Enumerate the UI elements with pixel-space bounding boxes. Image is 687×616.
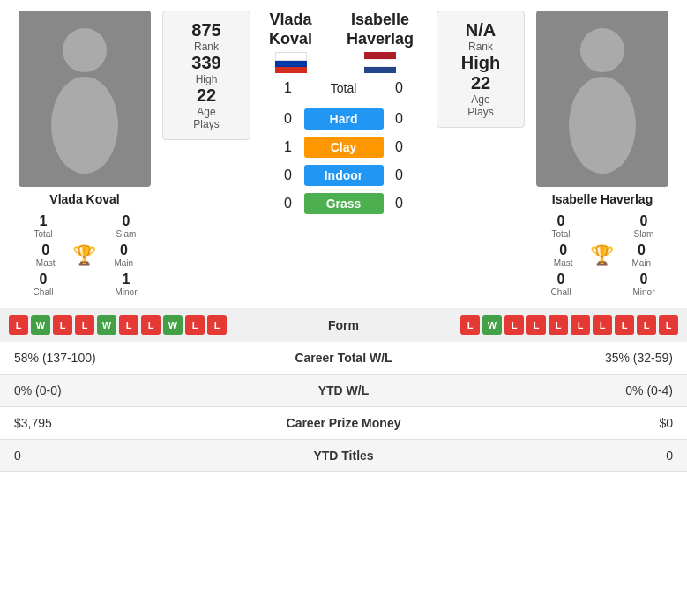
form-badge: L (53, 315, 72, 335)
right-player-card: Isabelle Haverlag 0 Total 0 Slam 0 Mast … (528, 11, 676, 297)
form-badge: L (593, 315, 612, 335)
left-high: 339 High (191, 53, 220, 85)
left-player-name: Vlada Koval (49, 192, 119, 206)
right-plays: Plays (467, 106, 493, 118)
stat-right-value: 0 (460, 440, 687, 472)
svg-point-3 (569, 77, 636, 174)
center-area: Vlada Koval Isabelle Haverlag (254, 11, 433, 214)
left-total-stat: 1 Total (11, 213, 76, 239)
form-badge: L (504, 315, 524, 335)
right-rank: N/A Rank (466, 20, 496, 53)
svg-point-2 (580, 28, 624, 72)
form-badge: W (97, 315, 116, 335)
right-high: High (461, 53, 500, 73)
court-clay-row: 1 Clay 0 (280, 137, 408, 158)
left-player-photo (19, 11, 151, 187)
right-middle-box: N/A Rank High 22 Age Plays (437, 11, 525, 128)
right-trophy-icon: 🏆 (590, 244, 614, 267)
form-badge: L (207, 315, 227, 335)
stat-right-value: $0 (460, 407, 687, 440)
players-section: Vlada Koval 1 Total 0 Slam 0 Mast 🏆 (0, 0, 687, 308)
right-player-name: Isabelle Haverlag (552, 192, 653, 206)
svg-point-0 (63, 28, 107, 72)
form-label: Form (309, 318, 379, 332)
right-flag (364, 52, 396, 73)
left-trophy-icon: 🏆 (72, 244, 96, 267)
stats-row: 0 YTD Titles 0 (0, 440, 687, 472)
right-mast-stat: 0 Mast (554, 242, 573, 268)
form-badge: L (526, 315, 546, 335)
stat-left-value: 0% (0-0) (0, 375, 227, 407)
right-minor-stat: 0 Minor (611, 271, 676, 297)
left-rank: 875 Rank (191, 20, 220, 53)
main-container: Vlada Koval 1 Total 0 Slam 0 Mast 🏆 (0, 0, 687, 472)
form-badge: L (119, 315, 138, 335)
left-player-card: Vlada Koval 1 Total 0 Slam 0 Mast 🏆 (11, 11, 159, 297)
form-badge: W (482, 315, 502, 335)
stat-left-value: $3,795 (0, 407, 227, 440)
left-slam-stat: 0 Slam (93, 213, 159, 239)
right-player-photo (536, 11, 668, 187)
left-mast-stat: 0 Mast (36, 242, 56, 268)
left-main-stat: 0 Main (114, 242, 133, 268)
form-badge: L (460, 315, 480, 335)
stat-label: YTD Titles (227, 440, 460, 472)
stat-right-value: 35% (32-59) (460, 342, 687, 375)
form-badge: L (615, 315, 634, 335)
stat-right-value: 0% (0-4) (460, 375, 687, 407)
form-badge: L (9, 315, 28, 335)
court-indoor-row: 0 Indoor 0 (280, 165, 408, 186)
form-badge: L (659, 315, 678, 335)
form-badge: L (141, 315, 161, 335)
form-badge: L (571, 315, 590, 335)
left-minor-stat: 1 Minor (93, 271, 159, 297)
form-badge: L (549, 315, 568, 335)
stat-label: Career Prize Money (227, 407, 460, 440)
stat-left-value: 58% (137-100) (0, 342, 227, 375)
stat-label: YTD W/L (227, 375, 460, 407)
left-chall-stat: 0 Chall (11, 271, 76, 297)
form-section: LWLLWLLWLL Form LWLLLLLLLL (0, 308, 687, 342)
stat-label: Career Total W/L (227, 342, 460, 375)
left-age: 22 Age (197, 85, 216, 118)
stats-row: 0% (0-0) YTD W/L 0% (0-4) (0, 375, 687, 407)
left-flag (275, 52, 307, 73)
form-badge: W (31, 315, 50, 335)
stats-row: $3,795 Career Prize Money $0 (0, 407, 687, 440)
right-form-badges: LWLLLLLLLL (386, 315, 679, 335)
right-age: 22 Age (471, 73, 490, 106)
left-header-name: Vlada Koval (254, 11, 327, 73)
form-badge: L (637, 315, 656, 335)
court-grass-row: 0 Grass 0 (280, 193, 408, 214)
left-plays: Plays (193, 118, 219, 130)
career-stats-table: 58% (137-100) Career Total W/L 35% (32-5… (0, 342, 687, 472)
right-slam-stat: 0 Slam (611, 213, 676, 239)
right-total-stat: 0 Total (528, 213, 594, 239)
right-header-name: Isabelle Haverlag (327, 11, 433, 73)
total-row: 1 Total 0 (280, 80, 408, 96)
right-chall-stat: 0 Chall (528, 271, 594, 297)
svg-point-1 (51, 77, 118, 174)
form-badge: L (185, 315, 205, 335)
stats-row: 58% (137-100) Career Total W/L 35% (32-5… (0, 342, 687, 375)
right-main-stat: 0 Main (631, 242, 651, 268)
stat-left-value: 0 (0, 440, 227, 472)
form-badge: L (75, 315, 94, 335)
court-hard-row: 0 Hard 0 (280, 108, 408, 130)
left-form-badges: LWLLWLLWLL (9, 315, 302, 335)
left-middle-box: 875 Rank 339 High 22 Age Plays (162, 11, 250, 140)
form-badge: W (163, 315, 183, 335)
